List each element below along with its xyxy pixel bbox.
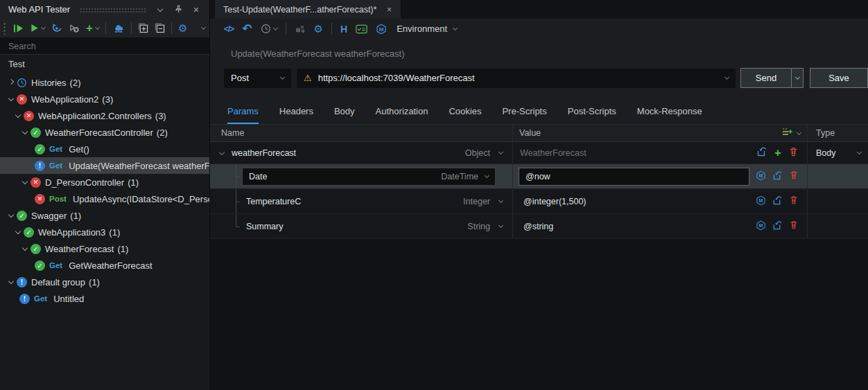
param-name-input[interactable]: Date DateTime: [242, 168, 496, 186]
import-value-icon[interactable]: [772, 195, 783, 208]
panel-title: Web API Tester: [8, 4, 70, 15]
add-button[interactable]: +: [86, 22, 99, 34]
bulk-generate-icon[interactable]: [295, 24, 306, 34]
mock-icon[interactable]: M: [376, 24, 387, 35]
import-value-icon[interactable]: [772, 170, 783, 183]
restart-button[interactable]: [51, 23, 62, 34]
method-select[interactable]: Post: [224, 69, 291, 88]
tab-body[interactable]: Body: [334, 99, 355, 124]
tab-pre-scripts[interactable]: Pre-Scripts: [502, 99, 546, 124]
chevron-down-icon: [453, 26, 458, 30]
expand-all-button[interactable]: [138, 23, 148, 33]
collapse-all-button[interactable]: [155, 23, 165, 33]
tree-item-untitled[interactable]: Get Untitled: [0, 290, 209, 307]
tab-headers[interactable]: Headers: [279, 99, 313, 124]
delete-icon[interactable]: [788, 147, 799, 159]
toolbar-grip[interactable]: [3, 22, 7, 35]
request-settings-icon[interactable]: ⚙: [314, 24, 323, 34]
api-cloud-button[interactable]: [112, 23, 125, 33]
import-value-icon[interactable]: [756, 146, 767, 159]
tree-item-get[interactable]: Get Get(): [0, 141, 209, 157]
import-value-icon[interactable]: [772, 220, 783, 233]
param-name[interactable]: weatherForecast: [232, 148, 296, 158]
tab-authorization[interactable]: Authorization: [376, 99, 428, 124]
chevron-down-icon[interactable]: [498, 198, 503, 203]
tree-item-weatherforecastcontroller[interactable]: WeatherForecastController (2): [0, 124, 209, 141]
chevron-down-icon[interactable]: [857, 150, 862, 154]
svg-text:M: M: [379, 26, 384, 33]
tree-item-default-group[interactable]: Default group (1): [0, 274, 209, 290]
pin-icon[interactable]: [172, 3, 184, 16]
history-button[interactable]: [261, 24, 277, 34]
search-input[interactable]: [0, 42, 209, 51]
send-split-button: Send: [740, 68, 804, 88]
param-row-temperaturec: TemperatureC Integer @integer(1,500) M: [210, 189, 868, 214]
tree-item-swagger[interactable]: Swagger (1): [0, 207, 209, 224]
chevron-down-icon[interactable]: [498, 223, 503, 228]
param-datatype[interactable]: Integer: [463, 197, 490, 206]
tree-item-d-personcontroller[interactable]: D_PersonController (1): [0, 174, 209, 190]
tree-item-webapplication3[interactable]: WebApplication3 (1): [0, 224, 209, 240]
chevron-down-icon[interactable]: [485, 173, 489, 178]
tab-params[interactable]: Params: [227, 99, 259, 124]
tree-item-webapplication2-controllers[interactable]: WebApplication2.Controllers (3): [0, 107, 209, 124]
request-toolbar: </> ↶ ⚙ H M Environment: [210, 19, 868, 39]
success-status-icon: [24, 227, 34, 238]
tree-item-weatherforecast-group[interactable]: WeatherForecast (1): [0, 240, 209, 257]
method-badge: Get: [49, 145, 62, 153]
tab-post-scripts[interactable]: Post-Scripts: [568, 99, 616, 124]
settings-button[interactable]: ⚙: [178, 23, 187, 33]
send-button[interactable]: Send: [740, 68, 791, 88]
save-button[interactable]: Save: [810, 68, 868, 88]
close-icon[interactable]: ×: [190, 3, 202, 16]
document-tab[interactable]: Test-Update(WeatherF...atherForecast)* ×: [215, 0, 401, 19]
stop-run-button[interactable]: [69, 23, 80, 33]
param-value[interactable]: @integer(1,500): [523, 197, 587, 206]
add-param-rows-icon[interactable]: [781, 127, 793, 139]
run-all-button[interactable]: [13, 24, 24, 33]
code-view-icon[interactable]: </>: [224, 24, 234, 34]
run-button[interactable]: [31, 24, 45, 33]
toolbar-overflow-button[interactable]: [202, 27, 205, 29]
tree-item-updateasync[interactable]: Post UpdateAsync(IDataStore<D_Person>: [0, 190, 209, 207]
param-name[interactable]: TemperatureC: [246, 197, 301, 206]
delete-icon[interactable]: [789, 220, 799, 232]
param-value[interactable]: @string: [523, 222, 553, 231]
mock-value-icon[interactable]: M: [756, 195, 766, 208]
tree-item-webapplication2[interactable]: WebApplication2 (3): [0, 91, 209, 107]
tab-cookies[interactable]: Cookies: [449, 99, 481, 124]
url-dropdown-chevron-icon[interactable]: [724, 75, 729, 80]
error-status-icon: [17, 94, 27, 105]
tree-item-update-selected[interactable]: Get Update(WeatherForecast weatherForeca…: [0, 157, 209, 174]
mock-value-icon[interactable]: M: [756, 170, 766, 183]
environment-select[interactable]: Environment: [395, 24, 457, 34]
body-type-select[interactable]: Body: [816, 148, 836, 158]
tree-item-getweatherforecast[interactable]: Get GetWeatherForecast: [0, 257, 209, 274]
document-tab-strip: Test-Update(WeatherF...atherForecast)* ×: [210, 0, 868, 19]
tree-item-histories[interactable]: Histories (2): [0, 74, 209, 91]
add-param-icon[interactable]: +: [774, 147, 781, 159]
tab-mock-response[interactable]: Mock-Response: [637, 99, 702, 124]
param-value-placeholder[interactable]: WeatherForecast: [520, 148, 587, 158]
chevron-down-icon[interactable]: [797, 130, 801, 134]
drag-grip[interactable]: [80, 8, 146, 13]
param-datatype[interactable]: DateTime: [441, 172, 478, 181]
delete-icon[interactable]: [789, 170, 799, 182]
param-datatype[interactable]: Object: [465, 148, 490, 158]
tests-checklist-icon[interactable]: [356, 24, 367, 34]
row-expander-icon[interactable]: [219, 149, 225, 154]
param-value-input[interactable]: @now: [519, 168, 749, 186]
chevron-down-icon[interactable]: [498, 150, 503, 154]
tree-connector: [231, 164, 242, 188]
mock-value-icon[interactable]: M: [756, 220, 766, 233]
param-name[interactable]: Summary: [246, 222, 283, 231]
collection-root[interactable]: Test: [0, 55, 209, 73]
send-options-button[interactable]: [791, 68, 804, 88]
delete-icon[interactable]: [789, 195, 799, 207]
headers-toggle-icon[interactable]: H: [340, 24, 347, 35]
param-datatype[interactable]: String: [467, 222, 490, 231]
close-icon[interactable]: ×: [384, 3, 394, 16]
url-input[interactable]: [318, 73, 719, 83]
undo-icon[interactable]: ↶: [242, 23, 252, 35]
panel-menu-button[interactable]: [154, 3, 166, 16]
